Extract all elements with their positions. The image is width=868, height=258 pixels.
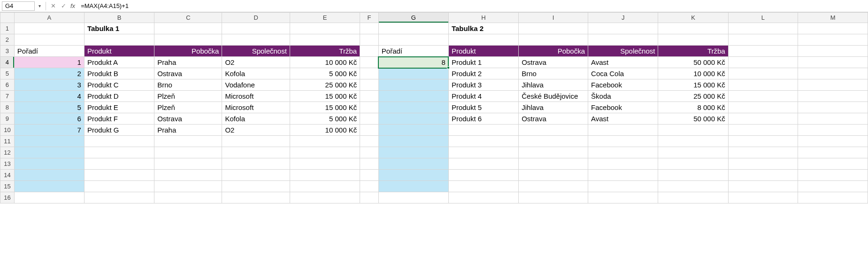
cell[interactable] xyxy=(798,34,868,46)
cell[interactable] xyxy=(519,158,588,170)
cell[interactable] xyxy=(360,192,379,203)
cell[interactable] xyxy=(658,147,728,158)
cell[interactable] xyxy=(360,113,379,125)
cell[interactable] xyxy=(84,192,154,203)
cell[interactable] xyxy=(154,147,222,158)
row-header[interactable]: 7 xyxy=(0,91,15,102)
cell[interactable] xyxy=(798,23,868,34)
cell[interactable]: O2 xyxy=(222,125,290,136)
cell[interactable] xyxy=(84,147,154,158)
col-header[interactable]: C xyxy=(154,13,222,23)
cell[interactable] xyxy=(378,23,448,34)
cell[interactable]: 10 000 Kč xyxy=(290,125,360,136)
cell[interactable]: 50 000 Kč xyxy=(658,113,728,125)
cell[interactable] xyxy=(222,181,290,192)
cell[interactable] xyxy=(154,23,222,34)
cell[interactable] xyxy=(588,23,658,34)
cell[interactable]: Společnost xyxy=(588,46,658,57)
col-header[interactable]: F xyxy=(360,13,379,23)
cell[interactable]: Kofola xyxy=(222,68,290,79)
cell[interactable] xyxy=(588,192,658,203)
cell[interactable] xyxy=(798,79,868,91)
cell[interactable]: Produkt E xyxy=(84,102,154,113)
cell[interactable] xyxy=(658,170,728,181)
cell[interactable] xyxy=(378,158,448,170)
col-header[interactable]: E xyxy=(290,13,360,23)
cell[interactable] xyxy=(728,102,798,113)
row-header[interactable]: 3 xyxy=(0,46,15,57)
cell[interactable] xyxy=(378,34,448,46)
cell[interactable]: Tržba xyxy=(290,46,360,57)
cell[interactable] xyxy=(588,34,658,46)
cell[interactable] xyxy=(84,34,154,46)
cell[interactable] xyxy=(448,125,518,136)
cell[interactable]: Plzeň xyxy=(154,91,222,102)
cancel-icon[interactable]: ✕ xyxy=(49,2,57,10)
cell[interactable] xyxy=(154,181,222,192)
cell[interactable] xyxy=(798,46,868,57)
cell[interactable] xyxy=(290,192,360,203)
cell[interactable] xyxy=(588,136,658,147)
cell[interactable]: Vodafone xyxy=(222,79,290,91)
row-header[interactable]: 4 xyxy=(0,57,15,68)
cell[interactable]: Praha xyxy=(154,125,222,136)
cell[interactable] xyxy=(14,192,84,203)
cell[interactable]: Tabulka 2 xyxy=(448,23,518,34)
cell[interactable] xyxy=(798,113,868,125)
cell[interactable] xyxy=(448,181,518,192)
cell[interactable]: Produkt D xyxy=(84,91,154,102)
row-header[interactable]: 9 xyxy=(0,113,15,125)
cell[interactable]: Praha xyxy=(154,57,222,68)
cell[interactable]: Brno xyxy=(154,79,222,91)
cell[interactable] xyxy=(154,136,222,147)
row-header[interactable]: 15 xyxy=(0,181,15,192)
cell[interactable] xyxy=(378,102,448,113)
cell[interactable] xyxy=(448,170,518,181)
cell[interactable]: 2 xyxy=(14,68,84,79)
cell[interactable]: 10 000 Kč xyxy=(658,68,728,79)
cell[interactable] xyxy=(360,147,379,158)
row-header[interactable]: 2 xyxy=(0,34,15,46)
cell[interactable] xyxy=(519,136,588,147)
cell[interactable]: Produkt 3 xyxy=(448,79,518,91)
cell[interactable] xyxy=(14,136,84,147)
cell[interactable]: Coca Cola xyxy=(588,68,658,79)
cell[interactable] xyxy=(728,91,798,102)
cell[interactable]: Jihlava xyxy=(519,79,588,91)
cell[interactable]: Jihlava xyxy=(519,102,588,113)
cell[interactable] xyxy=(360,91,379,102)
col-header[interactable]: L xyxy=(728,13,798,23)
cell[interactable] xyxy=(14,170,84,181)
cell[interactable]: Produkt C xyxy=(84,79,154,91)
cell[interactable] xyxy=(658,136,728,147)
cell[interactable] xyxy=(728,46,798,57)
cell[interactable] xyxy=(360,158,379,170)
cell[interactable] xyxy=(154,158,222,170)
cell[interactable] xyxy=(519,181,588,192)
row-header[interactable]: 16 xyxy=(0,192,15,203)
cell[interactable]: Společnost xyxy=(222,46,290,57)
cell[interactable] xyxy=(798,102,868,113)
cell[interactable] xyxy=(222,158,290,170)
cell[interactable]: 4 xyxy=(14,91,84,102)
cell[interactable]: Tržba xyxy=(658,46,728,57)
cell[interactable]: Avast xyxy=(588,113,658,125)
cell[interactable]: Facebook xyxy=(588,79,658,91)
col-header[interactable]: B xyxy=(84,13,154,23)
cell[interactable] xyxy=(84,136,154,147)
check-icon[interactable]: ✓ xyxy=(59,2,68,10)
cell[interactable] xyxy=(448,34,518,46)
cell[interactable] xyxy=(588,147,658,158)
cell[interactable] xyxy=(378,192,448,203)
cell[interactable] xyxy=(658,34,728,46)
cell[interactable] xyxy=(290,170,360,181)
cell[interactable] xyxy=(798,181,868,192)
fill-handle[interactable] xyxy=(447,66,450,69)
cell[interactable] xyxy=(728,34,798,46)
cell[interactable]: 15 000 Kč xyxy=(658,79,728,91)
cell[interactable] xyxy=(448,192,518,203)
cell[interactable]: Produkt 4 xyxy=(448,91,518,102)
cell[interactable]: 3 xyxy=(14,79,84,91)
cell[interactable] xyxy=(290,181,360,192)
cell[interactable] xyxy=(360,68,379,79)
